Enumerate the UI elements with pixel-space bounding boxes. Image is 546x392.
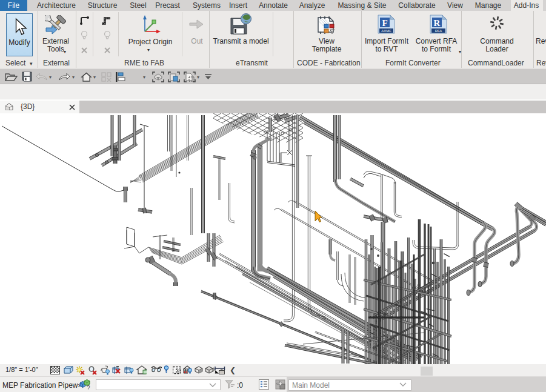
svg-text:?: ? bbox=[87, 385, 90, 391]
svg-text:R: R bbox=[434, 18, 441, 28]
svg-text:F: F bbox=[382, 18, 387, 28]
svg-text:RFA: RFA bbox=[435, 29, 442, 33]
svg-text:AXMF: AXMF bbox=[381, 29, 391, 33]
